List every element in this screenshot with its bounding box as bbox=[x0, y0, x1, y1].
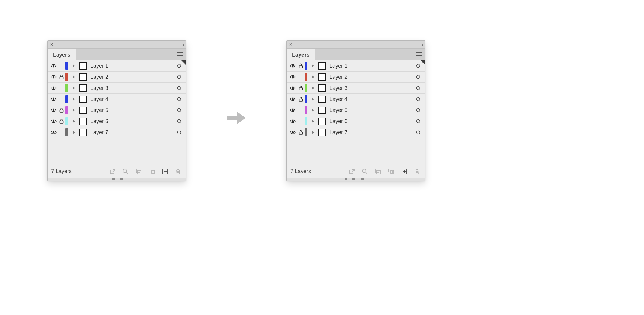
resize-grip[interactable] bbox=[287, 178, 425, 181]
layer-name[interactable]: Layer 6 bbox=[329, 118, 413, 125]
layer-name[interactable]: Layer 2 bbox=[90, 74, 174, 80]
collapse-icon[interactable]: ‹‹ bbox=[182, 43, 183, 46]
circle-icon bbox=[416, 119, 420, 123]
disclosure-toggle[interactable] bbox=[308, 75, 318, 79]
layer-name[interactable]: Layer 1 bbox=[90, 63, 174, 69]
disclosure-toggle[interactable] bbox=[68, 64, 79, 68]
close-icon[interactable]: ✕ bbox=[289, 43, 292, 46]
layer-row[interactable]: Layer 7 bbox=[48, 127, 186, 138]
target-toggle[interactable] bbox=[174, 75, 184, 79]
svg-marker-22 bbox=[73, 120, 75, 123]
layer-row[interactable]: Layer 7 bbox=[287, 127, 425, 138]
clipping-mask-icon[interactable] bbox=[374, 168, 382, 175]
disclosure-toggle[interactable] bbox=[68, 119, 79, 123]
visibility-toggle[interactable] bbox=[49, 75, 58, 79]
new-sublayer-icon[interactable] bbox=[148, 168, 156, 175]
layer-name[interactable]: Layer 4 bbox=[90, 96, 174, 102]
tab-layers[interactable]: Layers bbox=[48, 49, 76, 60]
disclosure-toggle[interactable] bbox=[68, 131, 79, 134]
layer-row[interactable]: Layer 4 bbox=[287, 94, 425, 105]
disclosure-toggle[interactable] bbox=[68, 97, 79, 101]
layer-row[interactable]: Layer 6 bbox=[48, 116, 186, 127]
lock-toggle[interactable] bbox=[297, 130, 305, 135]
visibility-toggle[interactable] bbox=[289, 119, 297, 123]
new-sublayer-icon[interactable] bbox=[387, 168, 395, 175]
layer-name[interactable]: Layer 6 bbox=[90, 118, 174, 125]
tab-layers[interactable]: Layers bbox=[287, 49, 315, 60]
layer-row[interactable]: Layer 3 bbox=[287, 83, 425, 94]
visibility-toggle[interactable] bbox=[289, 97, 297, 101]
panel-menu-icon[interactable] bbox=[416, 51, 422, 57]
disclosure-toggle[interactable] bbox=[308, 108, 318, 112]
visibility-toggle[interactable] bbox=[49, 86, 58, 90]
disclosure-toggle[interactable] bbox=[308, 86, 318, 90]
layer-name[interactable]: Layer 7 bbox=[329, 129, 413, 136]
lock-toggle[interactable] bbox=[58, 75, 65, 79]
target-toggle[interactable] bbox=[413, 130, 423, 134]
layer-name[interactable]: Layer 2 bbox=[329, 74, 413, 80]
target-toggle[interactable] bbox=[174, 108, 184, 112]
target-toggle[interactable] bbox=[174, 86, 184, 90]
lock-toggle[interactable] bbox=[58, 108, 65, 113]
target-toggle[interactable] bbox=[413, 86, 423, 90]
layer-name[interactable]: Layer 5 bbox=[329, 107, 413, 113]
search-icon[interactable] bbox=[361, 168, 369, 175]
lock-toggle[interactable] bbox=[58, 119, 65, 124]
layer-name[interactable]: Layer 3 bbox=[90, 85, 174, 91]
panel-menu-icon[interactable] bbox=[177, 51, 183, 57]
collapse-icon[interactable]: ‹‹ bbox=[422, 43, 422, 46]
new-layer-icon[interactable] bbox=[400, 168, 408, 175]
disclosure-toggle[interactable] bbox=[308, 97, 318, 101]
disclosure-toggle[interactable] bbox=[308, 119, 318, 123]
export-icon[interactable] bbox=[348, 168, 355, 175]
visibility-toggle[interactable] bbox=[289, 64, 297, 68]
target-toggle[interactable] bbox=[413, 119, 423, 123]
layer-name[interactable]: Layer 3 bbox=[329, 85, 413, 91]
visibility-toggle[interactable] bbox=[289, 130, 297, 134]
layer-row[interactable]: Layer 2 bbox=[48, 72, 186, 83]
visibility-toggle[interactable] bbox=[49, 108, 58, 112]
resize-grip[interactable] bbox=[48, 178, 186, 181]
new-layer-icon[interactable] bbox=[161, 168, 169, 175]
target-toggle[interactable] bbox=[413, 108, 423, 112]
layer-name[interactable]: Layer 1 bbox=[329, 63, 413, 69]
layer-row[interactable]: Layer 2 bbox=[287, 72, 425, 83]
lock-toggle[interactable] bbox=[297, 97, 305, 102]
visibility-toggle[interactable] bbox=[49, 119, 58, 123]
disclosure-toggle[interactable] bbox=[68, 108, 79, 112]
target-toggle[interactable] bbox=[413, 75, 423, 79]
target-toggle[interactable] bbox=[413, 97, 423, 101]
visibility-toggle[interactable] bbox=[49, 130, 58, 134]
disclosure-toggle[interactable] bbox=[68, 86, 79, 90]
target-toggle[interactable] bbox=[174, 97, 184, 101]
search-icon[interactable] bbox=[122, 168, 129, 175]
visibility-toggle[interactable] bbox=[49, 64, 58, 68]
visibility-toggle[interactable] bbox=[49, 97, 58, 101]
eye-icon bbox=[290, 119, 296, 123]
layer-name[interactable]: Layer 5 bbox=[90, 107, 174, 113]
layer-row[interactable]: Layer 5 bbox=[287, 105, 425, 116]
disclosure-toggle[interactable] bbox=[308, 131, 318, 134]
lock-toggle[interactable] bbox=[297, 86, 305, 90]
visibility-toggle[interactable] bbox=[289, 108, 297, 112]
layer-row[interactable]: Layer 6 bbox=[287, 116, 425, 127]
layer-name[interactable]: Layer 7 bbox=[90, 129, 174, 136]
target-toggle[interactable] bbox=[174, 130, 184, 134]
visibility-toggle[interactable] bbox=[289, 86, 297, 90]
disclosure-toggle[interactable] bbox=[308, 64, 318, 68]
visibility-toggle[interactable] bbox=[289, 75, 297, 79]
layer-row[interactable]: Layer 1 bbox=[287, 60, 425, 72]
export-icon[interactable] bbox=[109, 168, 116, 175]
layer-row[interactable]: Layer 3 bbox=[48, 83, 186, 94]
lock-toggle[interactable] bbox=[297, 63, 305, 68]
disclosure-toggle[interactable] bbox=[68, 75, 79, 79]
trash-icon[interactable] bbox=[413, 168, 421, 175]
layer-name[interactable]: Layer 4 bbox=[329, 96, 413, 102]
layer-row[interactable]: Layer 1 bbox=[48, 60, 186, 72]
trash-icon[interactable] bbox=[174, 168, 182, 175]
close-icon[interactable]: ✕ bbox=[50, 43, 53, 46]
target-toggle[interactable] bbox=[174, 119, 184, 123]
layer-row[interactable]: Layer 4 bbox=[48, 94, 186, 105]
clipping-mask-icon[interactable] bbox=[135, 168, 143, 175]
layer-row[interactable]: Layer 5 bbox=[48, 105, 186, 116]
